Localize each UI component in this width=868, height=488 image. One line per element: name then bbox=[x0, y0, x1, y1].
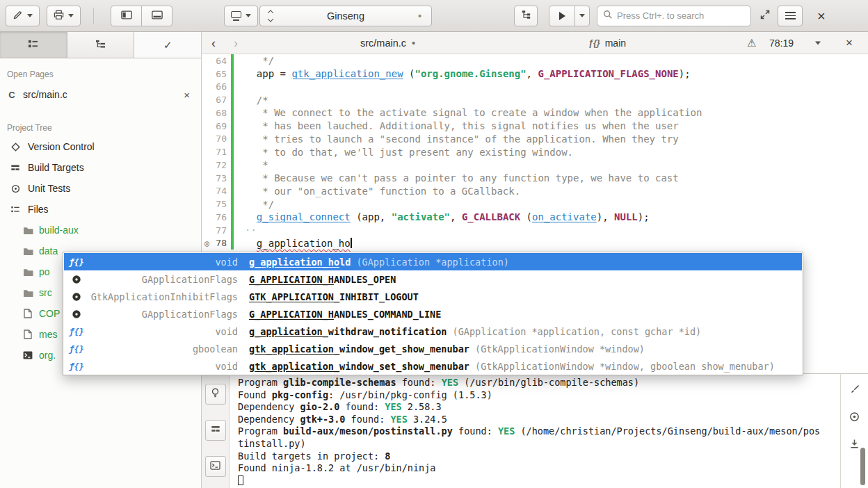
return-type: GApplicationFlags bbox=[89, 274, 249, 285]
fullscreen-button[interactable] bbox=[760, 6, 771, 26]
code-line[interactable]: 72 * bbox=[202, 158, 868, 172]
symbol-indicator[interactable]: ƒ{} main bbox=[588, 38, 626, 49]
forward-button[interactable]: › bbox=[234, 35, 238, 50]
file-item[interactable]: build-aux bbox=[0, 220, 201, 241]
run-options-button[interactable] bbox=[574, 6, 590, 26]
line-number: 73 bbox=[216, 173, 227, 184]
line-number: 72 bbox=[216, 160, 227, 170]
code-segment: on_activate bbox=[532, 211, 597, 222]
sidebar-item-unit-tests[interactable]: Unit Tests bbox=[0, 178, 201, 199]
sidebar-tab-pages[interactable] bbox=[0, 32, 67, 58]
close-page-icon[interactable]: × bbox=[184, 89, 190, 101]
completion-row[interactable]: ƒ{}voidg_application_withdraw_notificati… bbox=[64, 323, 802, 340]
rest-text: INHIBIT_LOGOUT bbox=[339, 291, 419, 302]
completion-row[interactable]: GApplicationFlagsG_APPLICATION_HANDLES_C… bbox=[64, 305, 802, 323]
download-icon[interactable] bbox=[849, 439, 860, 452]
vcs-change-bar bbox=[231, 106, 234, 120]
code-line[interactable]: 73 * Because we can't pass a pointer to … bbox=[202, 172, 868, 185]
code-line[interactable]: 77·· bbox=[202, 224, 868, 237]
line-gutter: 66 bbox=[202, 81, 234, 94]
open-page-row[interactable]: C src/main.c × bbox=[0, 84, 201, 105]
code-line[interactable]: 64 */ bbox=[202, 54, 868, 67]
device-menu-button[interactable] bbox=[224, 6, 258, 26]
c-file-icon: C bbox=[7, 90, 17, 100]
sidebar-item-files[interactable]: Files bbox=[0, 199, 201, 220]
folder-icon bbox=[21, 268, 35, 277]
scrollbar-thumb[interactable] bbox=[860, 448, 865, 485]
build-pipeline-button[interactable] bbox=[514, 6, 538, 26]
code-line[interactable]: 76 g_signal_connect (app, "activate", G_… bbox=[202, 211, 868, 224]
toggle-bottom-panel-button[interactable] bbox=[141, 6, 172, 26]
folder-icon bbox=[21, 247, 35, 256]
completion-row[interactable]: ƒ{}voidg_application_hold (GApplication … bbox=[64, 253, 802, 270]
editor-close-button[interactable]: × bbox=[846, 36, 853, 50]
toggle-left-panel-button[interactable] bbox=[111, 6, 142, 26]
code-line[interactable]: 66 bbox=[202, 81, 868, 94]
code-text: */ bbox=[234, 55, 274, 66]
editor-menu-caret[interactable] bbox=[815, 41, 821, 44]
brush-icon[interactable] bbox=[849, 384, 860, 398]
code-segment: * to do that, we'll just present any exi… bbox=[245, 147, 573, 158]
back-button[interactable]: ‹ bbox=[211, 35, 216, 50]
todo-button[interactable] bbox=[205, 384, 226, 405]
line-gutter: 72 bbox=[202, 158, 234, 172]
code-text: * to do that, we'll just present any exi… bbox=[234, 147, 573, 158]
run-button[interactable] bbox=[549, 6, 575, 26]
window-close-button[interactable]: × bbox=[811, 6, 832, 26]
match-text: g_application_ bbox=[249, 326, 328, 337]
line-number: 76 bbox=[216, 212, 227, 222]
build-output-line bbox=[238, 475, 840, 487]
edit-menu-button[interactable] bbox=[6, 6, 40, 26]
terminal-button[interactable] bbox=[205, 456, 226, 477]
progress-dot: • bbox=[418, 10, 421, 22]
sidebar-tab-checks[interactable]: ✓ bbox=[134, 32, 201, 58]
match-text: GTK_APPLICATION_ bbox=[249, 291, 339, 302]
utility-strip bbox=[840, 374, 868, 488]
search-input[interactable] bbox=[617, 10, 745, 21]
global-search[interactable] bbox=[597, 6, 751, 26]
completion-name: G_APPLICATION_HANDLES_COMMAND_LINE bbox=[249, 309, 441, 320]
completion-row[interactable]: ƒ{}gbooleangtk_application_window_get_sh… bbox=[64, 340, 802, 357]
bottom-panel-strip bbox=[202, 374, 230, 488]
code-line[interactable]: 74 * our "on_activate" function to a GCa… bbox=[202, 185, 868, 198]
build-log-button[interactable] bbox=[205, 420, 226, 441]
file-item-label: COP bbox=[39, 308, 60, 319]
code-line[interactable]: 67 /* bbox=[202, 93, 868, 106]
code-line[interactable]: 68 * We connect to the activate signal t… bbox=[202, 106, 868, 120]
code-segment: g_signal_connect bbox=[257, 211, 351, 222]
omnibar-button[interactable]: Ginseng • bbox=[259, 6, 432, 26]
sidebar-tab-tree[interactable] bbox=[67, 32, 135, 58]
completion-params: (GApplication *application, const gchar … bbox=[447, 326, 701, 337]
target-icon[interactable] bbox=[849, 412, 860, 425]
completion-row[interactable]: GApplicationFlagsG_APPLICATION_HANDLES_O… bbox=[64, 270, 802, 288]
output-segment: found: bbox=[339, 401, 385, 412]
completion-row[interactable]: ƒ{}voidgtk_application_window_set_show_m… bbox=[64, 357, 802, 375]
sidebar-item-version-control[interactable]: Version Control bbox=[0, 136, 201, 157]
line-number: 69 bbox=[216, 121, 227, 131]
export-menu-button[interactable] bbox=[47, 6, 81, 26]
code-line[interactable]: 70 * tries to launch a "second instance"… bbox=[202, 133, 868, 146]
code-segment: G_APPLICATION_FLAGS_NONE bbox=[538, 68, 678, 79]
code-line[interactable]: 75 */ bbox=[202, 197, 868, 211]
code-line[interactable]: 65 app = gtk_application_new ("org.gnome… bbox=[202, 67, 868, 81]
completion-params: (GtkApplicationWindow *window) bbox=[469, 343, 645, 355]
panel-left-icon bbox=[121, 10, 132, 22]
code-text: * our "on_activate" function to a GCallb… bbox=[234, 186, 520, 197]
menu-button[interactable] bbox=[778, 6, 803, 26]
code-line[interactable]: ◎78 g_application_ho bbox=[202, 237, 868, 250]
tree-item-label: Unit Tests bbox=[28, 183, 70, 194]
line-number: 68 bbox=[216, 108, 227, 118]
code-segment: ( bbox=[403, 68, 415, 79]
vcs-change-bar bbox=[231, 185, 234, 198]
function-glyph: ƒ{} bbox=[69, 327, 84, 336]
code-line[interactable]: 71 * to do that, we'll just present any … bbox=[202, 145, 868, 158]
tree-item-label: Build Targets bbox=[28, 162, 84, 173]
completion-params: (GtkApplicationWindow *window, gboolean … bbox=[469, 361, 775, 372]
vcs-change-bar bbox=[231, 145, 234, 158]
line-number: 64 bbox=[216, 56, 227, 66]
code-segment: * tries to launch a "second instance" of… bbox=[245, 133, 679, 145]
code-line[interactable]: 69 * has been lauched. Additionally, thi… bbox=[202, 120, 868, 133]
enum-icon bbox=[64, 275, 89, 284]
completion-row[interactable]: GtkApplicationInhibitFlagsGTK_APPLICATIO… bbox=[64, 288, 802, 305]
sidebar-item-build-targets[interactable]: Build Targets bbox=[0, 157, 201, 178]
